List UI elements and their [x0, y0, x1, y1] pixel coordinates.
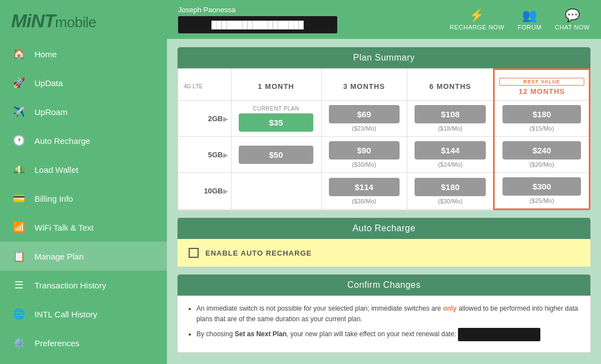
chat-icon: 💬 — [565, 8, 580, 23]
plan-cell-0-0[interactable]: CURRENT PLAN$35 — [231, 101, 321, 137]
confirm-bullets: An immediate switch is not possible for … — [188, 303, 580, 341]
col-1mo: 1 MONTH — [231, 69, 321, 101]
plan-sub-1-2: ($24/Mo) — [411, 161, 490, 168]
plan-btn-2-1[interactable]: $114 — [329, 178, 400, 196]
plan-btn-1-2[interactable]: $144 — [415, 141, 486, 159]
nav-icon-home: 🏠 — [11, 46, 27, 62]
next-plan-text: Set as Next Plan — [235, 330, 287, 338]
nav-icon-preferences: ⚙️ — [11, 335, 27, 351]
confirm-changes-content: An immediate switch is not possible for … — [178, 296, 590, 352]
sidebar-item-load-wallet[interactable]: 💵 Load Wallet — [0, 155, 167, 184]
plan-cell-1-1[interactable]: $90($30/Mo) — [321, 137, 407, 173]
sidebar-item-auto-recharge[interactable]: 🕐 Auto Recharge — [0, 126, 167, 155]
sidebar-item-preferences[interactable]: ⚙️ Preferences — [0, 328, 167, 357]
plan-cell-1-0[interactable]: $50 — [231, 137, 321, 173]
nav-label-wifi-talk: WiFi Talk & Text — [35, 223, 93, 232]
sidebar-item-home[interactable]: 🏠 Home — [0, 39, 167, 68]
sidebar: MiNT mobile 🏠 Home 🚀 UpData ✈️ UpRoam 🕐 … — [0, 0, 167, 364]
content-area: Plan Summary 4G LTE 1 MONTH 3 MONTHS — [167, 39, 601, 364]
plan-cell-0-3[interactable]: $180($15/Mo) — [494, 101, 590, 137]
plan-btn-2-2[interactable]: $180 — [415, 178, 486, 196]
plan-btn-0-0[interactable]: $35 — [239, 113, 313, 132]
user-name: Joseph Paonessa — [178, 6, 337, 14]
nav-icon-load-wallet: 💵 — [11, 162, 27, 177]
chat-now-button[interactable]: 💬 CHAT NOW — [555, 8, 590, 31]
sidebar-item-updata[interactable]: 🚀 UpData — [0, 68, 167, 97]
nav-icon-updata: 🚀 — [11, 75, 27, 91]
recharge-now-button[interactable]: ⚡ RECHARGE NOW — [450, 8, 504, 31]
plan-sub-1-1: ($30/Mo) — [325, 161, 404, 168]
bullet-1: An immediate switch is not possible for … — [196, 303, 580, 325]
plan-cell-2-0 — [231, 173, 321, 210]
confirm-changes-header: Confirm Changes — [178, 275, 590, 296]
nav-label-uproam: UpRoam — [35, 107, 67, 117]
plan-cell-1-2[interactable]: $144($24/Mo) — [407, 137, 494, 173]
auto-recharge-header: Auto Recharge — [178, 218, 590, 239]
plan-btn-1-3[interactable]: $240 — [503, 141, 581, 159]
sidebar-item-wifi-talk[interactable]: 📶 WiFi Talk & Text — [0, 213, 167, 242]
forum-label: FORUM — [518, 24, 541, 31]
sidebar-item-uproam[interactable]: ✈️ UpRoam — [0, 97, 167, 126]
plan-btn-1-0[interactable]: $50 — [239, 146, 313, 164]
forum-icon: 👥 — [522, 8, 538, 23]
logo-mobile: mobile — [55, 14, 96, 31]
auto-recharge-label: ENABLE AUTO RECHARGE — [205, 249, 312, 257]
plan-cell-2-1[interactable]: $114($38/Mo) — [321, 173, 407, 210]
sidebar-item-manage-plan[interactable]: 📋 Manage Plan — [0, 242, 167, 271]
bullet-2: By choosing Set as Next Plan, your new p… — [196, 328, 580, 341]
plan-cell-2-3[interactable]: $300($25/Mo) — [494, 173, 590, 210]
account-bar: ██████████████████ — [178, 16, 337, 33]
plan-sub-0-2: ($18/Mo) — [411, 125, 490, 132]
plan-cell-0-1[interactable]: $69($23/Mo) — [321, 101, 407, 137]
plan-btn-1-1[interactable]: $90 — [329, 141, 400, 159]
nav-icon-auto-recharge: 🕐 — [11, 133, 27, 148]
plan-row-0: 2GB▶CURRENT PLAN$35$69($23/Mo)$108($18/M… — [178, 101, 590, 137]
col-12mo: BEST VALUE 12 MONTHS — [494, 69, 590, 101]
plan-cell-0-2[interactable]: $108($18/Mo) — [407, 101, 494, 137]
lte-header: 4G LTE — [178, 69, 231, 101]
plan-sub-2-1: ($38/Mo) — [325, 198, 404, 205]
navigation: 🏠 Home 🚀 UpData ✈️ UpRoam 🕐 Auto Recharg… — [0, 39, 167, 364]
plan-btn-0-2[interactable]: $108 — [415, 105, 486, 123]
lightning-icon: ⚡ — [469, 8, 485, 23]
sidebar-item-transaction-history[interactable]: ☰ Transaction History — [0, 271, 167, 300]
nav-icon-intl-call: 🌐 — [11, 306, 27, 322]
confirm-changes-section: Confirm Changes An immediate switch is n… — [177, 274, 591, 353]
col-3mo: 3 MONTHS — [321, 69, 407, 101]
nav-label-transaction-history: Transaction History — [35, 281, 106, 290]
nav-icon-transaction-history: ☰ — [11, 277, 27, 293]
highlight-only: only — [443, 305, 457, 312]
nav-icon-manage-plan: 📋 — [11, 248, 27, 264]
sidebar-item-billing-info[interactable]: 💳 Billing Info — [0, 184, 167, 213]
logo: MiNT mobile — [0, 0, 167, 39]
nav-label-auto-recharge: Auto Recharge — [35, 136, 90, 146]
best-value-badge: BEST VALUE — [499, 78, 584, 86]
nav-label-load-wallet: Load Wallet — [35, 165, 78, 174]
plan-cell-1-3[interactable]: $240($20/Mo) — [494, 137, 590, 173]
nav-label-intl-call: INTL Call History — [35, 310, 97, 319]
chat-label: CHAT NOW — [555, 24, 590, 31]
sidebar-item-intl-call[interactable]: 🌐 INTL Call History — [0, 300, 167, 328]
plan-header-row: 4G LTE 1 MONTH 3 MONTHS 6 MONTHS BEST VA — [178, 69, 590, 101]
top-header: Joseph Paonessa ██████████████████ ⚡ REC… — [167, 0, 601, 39]
plan-btn-2-3[interactable]: $300 — [503, 177, 581, 196]
plan-sub-0-1: ($23/Mo) — [325, 125, 404, 132]
auto-recharge-content: ENABLE AUTO RECHARGE — [178, 239, 590, 267]
plan-btn-0-3[interactable]: $180 — [503, 105, 581, 123]
plan-summary-header: Plan Summary — [178, 47, 590, 68]
sidebar-item-personal-info[interactable]: ✏️ Personal Info — [0, 357, 167, 364]
plan-cell-2-2[interactable]: $180($30/Mo) — [407, 173, 494, 210]
plan-table: 4G LTE 1 MONTH 3 MONTHS 6 MONTHS BEST VA — [178, 68, 590, 210]
forum-button[interactable]: 👥 FORUM — [518, 8, 541, 31]
plan-row-2: 10GB▶$114($38/Mo)$180($30/Mo)$300($25/Mo… — [178, 173, 590, 210]
auto-recharge-section: Auto Recharge ENABLE AUTO RECHARGE — [177, 217, 591, 267]
nav-label-manage-plan: Manage Plan — [35, 252, 83, 261]
gb-label-1: 5GB▶ — [178, 137, 231, 173]
nav-icon-uproam: ✈️ — [11, 104, 27, 119]
col-6mo: 6 MONTHS — [407, 69, 494, 101]
nav-label-home: Home — [35, 49, 57, 59]
main-content: Joseph Paonessa ██████████████████ ⚡ REC… — [167, 0, 601, 364]
auto-recharge-checkbox[interactable] — [189, 248, 199, 258]
plan-sub-0-3: ($15/Mo) — [498, 125, 585, 132]
plan-btn-0-1[interactable]: $69 — [329, 105, 400, 123]
